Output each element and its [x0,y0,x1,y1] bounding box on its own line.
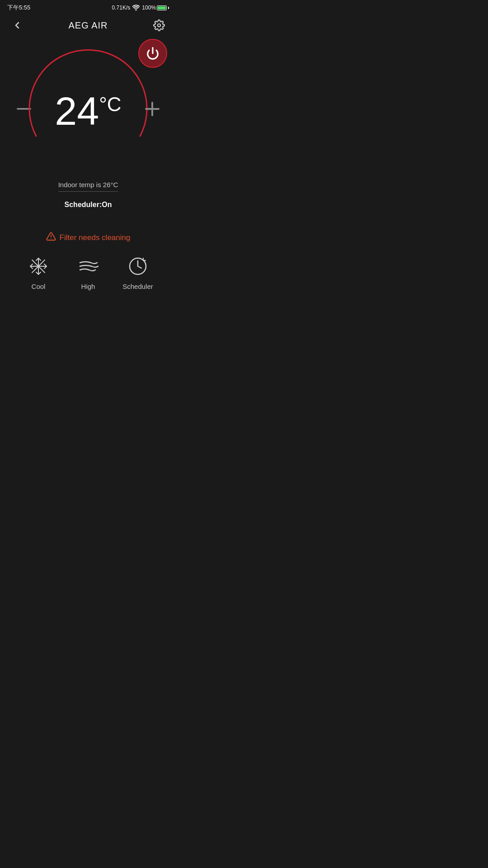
warning-icon [46,231,56,244]
cool-mode-button[interactable]: Cool [14,255,63,290]
filter-warning: Filter needs cleaning [46,231,131,244]
filter-warning-text: Filter needs cleaning [60,233,131,242]
wifi-icon [132,5,140,11]
temperature-value: 24°C [55,89,121,133]
scheduler-button[interactable]: Scheduler [113,255,163,290]
svg-rect-4 [151,102,153,116]
cool-label: Cool [32,283,46,290]
temp-increase-button[interactable] [143,100,161,118]
status-right: 0.71K/s 100% [112,5,169,11]
high-fan-button[interactable]: High [63,255,113,290]
main-content: 24°C Indoor temp is 26°C Scheduler:On Fi… [0,39,176,295]
network-speed: 0.71K/s [112,5,131,11]
power-button[interactable] [138,39,167,68]
indoor-temperature: Indoor temp is 26°C [58,181,118,192]
header: AEG AIR [0,14,176,39]
wind-icon [76,255,100,278]
settings-button[interactable] [151,17,167,33]
scheduler-status: Scheduler:On [65,201,112,209]
bottom-controls: Cool High Scheduler [0,244,176,295]
page-title: AEG AIR [68,20,108,31]
back-button[interactable] [9,17,25,33]
status-bar: 下午5:55 0.71K/s 100% [0,0,176,14]
scheduler-icon [126,255,150,278]
scheduler-label: Scheduler [122,283,153,290]
battery-percent: 100% [142,5,156,11]
temperature-display: 24°C [25,48,151,175]
high-label: High [81,283,95,290]
battery-indicator: 100% [142,5,169,11]
snowflake-icon [27,255,50,278]
svg-point-0 [158,24,161,27]
status-time: 下午5:55 [7,4,30,12]
